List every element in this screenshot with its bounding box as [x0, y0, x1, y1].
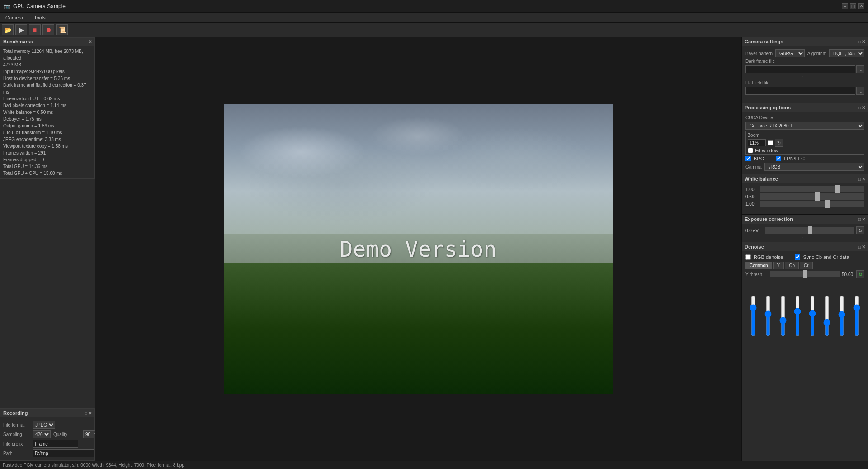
fit-window-checkbox[interactable] [748, 148, 753, 153]
close-button[interactable]: ✕ [858, 3, 864, 9]
cuda-select[interactable]: GeForce RTX 2080 Ti [745, 122, 864, 130]
exposure-slider[interactable] [765, 227, 854, 234]
y-thresh-slider[interactable] [770, 271, 840, 277]
sync-cb-cr-label: Sync Cb and Cr data [803, 254, 849, 260]
tab-y[interactable]: Y [773, 262, 784, 269]
vslider-5[interactable] [823, 295, 830, 336]
denoise-header: Denoise □ ✕ [742, 242, 868, 251]
benchmark-line: 4723 MB [3, 61, 92, 68]
recording-pin[interactable]: □ [85, 411, 87, 416]
open-button[interactable]: 📂 [2, 24, 14, 35]
proc-close[interactable]: ✕ [862, 105, 865, 110]
script-button[interactable]: 📜 [56, 24, 68, 35]
dark-frame-button[interactable]: … [856, 65, 864, 73]
denoise-body: RGB denoise Sync Cb and Cr data Common Y… [742, 251, 868, 340]
exp-pin[interactable]: □ [858, 217, 861, 222]
dark-frame-label: Dark frame file [745, 59, 864, 64]
wb-pin[interactable]: □ [858, 177, 861, 182]
y-thresh-label: Y thresh. [745, 272, 768, 277]
benchmarks-pin[interactable]: □ [85, 39, 87, 44]
y-thresh-reset-button[interactable]: ↻ [856, 270, 864, 278]
zoom-button[interactable]: ↻ [775, 139, 783, 147]
sampling-select[interactable]: 420422444 [33, 430, 51, 438]
vslider-3[interactable] [794, 295, 801, 336]
benchmark-line: Frames dropped = 0 [3, 156, 92, 163]
titlebar: 📷 GPU Camera Sample − □ ✕ [0, 0, 868, 13]
vslider-6[interactable] [838, 295, 845, 336]
status-text: Fastvideo PGM camera simulator, s/n: 000… [3, 463, 184, 468]
blue-slider[interactable] [760, 201, 864, 207]
tab-cb[interactable]: Cb [785, 262, 799, 269]
zoom-input[interactable] [748, 139, 766, 146]
exposure-section: Exposure correction □ ✕ 0.0 eV ↻ · · · [742, 215, 868, 242]
algorithm-select[interactable]: HQL1, 5x5AHDVNG [829, 49, 864, 57]
flat-field-label: Flat field file [745, 80, 864, 85]
zoom-label: Zoom [748, 133, 760, 138]
processing-options-section: Processing options □ ✕ CUDA Device GeFor… [742, 103, 868, 174]
rgb-denoise-checkbox[interactable] [745, 254, 751, 260]
denoise-pin[interactable]: □ [858, 244, 861, 249]
minimize-button[interactable]: − [842, 3, 848, 9]
red-slider[interactable] [760, 186, 864, 192]
dark-frame-input[interactable] [745, 65, 855, 73]
stop-button[interactable]: ■ [29, 24, 41, 35]
bayer-select[interactable]: GBRGRGGBBGGRGRBG [775, 49, 805, 57]
vslider-1[interactable] [764, 295, 772, 336]
play-button[interactable]: ▶ [15, 24, 27, 35]
fpn-ffc-checkbox[interactable] [776, 156, 781, 161]
vslider-0[interactable] [750, 295, 757, 336]
zoom-checkbox[interactable] [768, 140, 773, 145]
green-slider[interactable] [760, 193, 864, 200]
vslider-2[interactable] [779, 295, 787, 336]
green-slider-row: 0.69 [745, 193, 864, 200]
benchmark-line: Total GPU = 14.36 ms [3, 163, 92, 170]
menu-camera[interactable]: Camera [2, 14, 27, 21]
benchmark-line: Output gamma = 1.86 ms [3, 122, 92, 129]
camera-settings-pin[interactable]: □ [858, 39, 861, 44]
bayer-label: Bayer pattern [745, 51, 773, 56]
gamma-row: Gamma sRGBLinear2.2 [745, 163, 864, 171]
sync-cb-cr-checkbox[interactable] [795, 254, 800, 260]
camera-settings-close[interactable]: ✕ [862, 39, 865, 44]
menu-tools[interactable]: Tools [30, 14, 49, 21]
exposure-reset-button[interactable]: ↻ [856, 226, 864, 234]
left-panel: Benchmarks □ ✕ Total memory 11264 MB, fr… [0, 37, 95, 461]
vslider-7[interactable] [853, 295, 860, 336]
y-thresh-value: 50.00 [842, 272, 854, 277]
denoise-close[interactable]: ✕ [862, 244, 865, 249]
exp-dots: · · · [745, 235, 864, 240]
vslider-col-6 [838, 295, 845, 336]
sampling-label: Sampling [3, 431, 30, 438]
exp-close[interactable]: ✕ [862, 217, 865, 222]
record-button[interactable]: ⏺ [42, 24, 54, 35]
bpc-checkbox[interactable] [745, 156, 751, 161]
tab-common[interactable]: Common [745, 262, 772, 269]
benchmarks-close[interactable]: ✕ [88, 39, 92, 44]
vslider-col-0 [750, 295, 757, 336]
proc-pin[interactable]: □ [858, 105, 861, 110]
red-value: 1.00 [745, 187, 758, 192]
file-prefix-input[interactable] [33, 440, 78, 448]
gamma-select[interactable]: sRGBLinear2.2 [764, 163, 864, 171]
benchmark-line: Viewport texture copy = 1.58 ms [3, 143, 92, 150]
green-value: 0.69 [745, 194, 758, 199]
recording-close[interactable]: ✕ [88, 411, 92, 416]
denoise-title: Denoise [745, 244, 764, 249]
fpn-ffc-label: FPN/FFC [784, 156, 805, 161]
maximize-button[interactable]: □ [850, 3, 856, 9]
vslider-4[interactable] [809, 295, 816, 336]
bpc-label: BPC [754, 156, 764, 161]
file-format-label: File format [3, 422, 30, 428]
white-balance-section: White balance □ ✕ 1.00 0.69 1.00 [742, 174, 868, 215]
recording-panel: Recording □ ✕ File format JPEGPNGTIFFRAW… [0, 408, 95, 461]
exposure-value: 0.0 eV [745, 228, 764, 233]
flat-field-input[interactable] [745, 87, 855, 95]
wb-close[interactable]: ✕ [862, 177, 865, 182]
flat-field-button[interactable]: … [856, 87, 864, 95]
main-area: Benchmarks □ ✕ Total memory 11264 MB, fr… [0, 37, 868, 461]
recording-header: Recording □ ✕ [0, 409, 94, 417]
path-input[interactable] [33, 449, 94, 457]
file-format-select[interactable]: JPEGPNGTIFFRAW [33, 421, 55, 429]
benchmark-line: Debayer = 1.75 ms [3, 116, 92, 122]
tab-cr[interactable]: Cr [800, 262, 813, 269]
